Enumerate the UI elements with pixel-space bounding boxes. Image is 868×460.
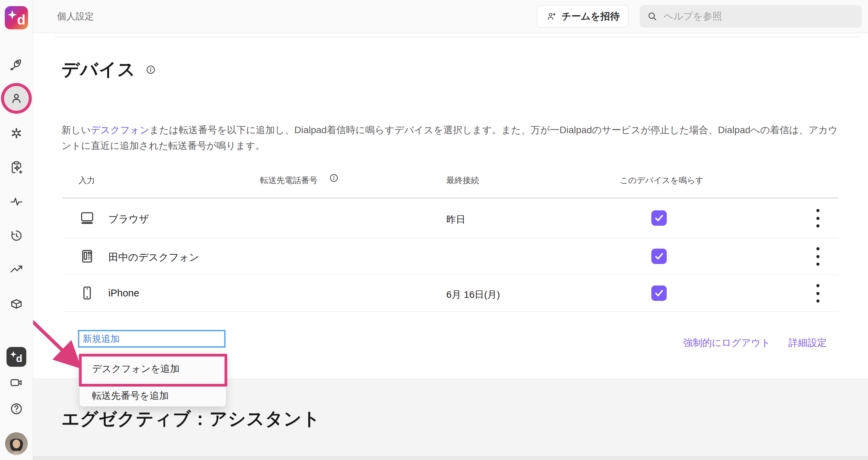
search-icon xyxy=(647,11,658,22)
force-logout-link[interactable]: 強制的にログアウト xyxy=(683,336,771,349)
ring-device-checkbox[interactable] xyxy=(651,210,667,226)
row-overflow-menu[interactable] xyxy=(811,247,825,266)
device-name: iPhone xyxy=(108,288,139,299)
ring-device-checkbox[interactable] xyxy=(651,249,667,264)
device-name: 田中のデスクフォン xyxy=(108,251,199,264)
devices-info-icon[interactable] xyxy=(145,64,156,75)
invite-team-button[interactable]: チームを招待 xyxy=(537,5,629,28)
checkmark-icon xyxy=(651,285,667,301)
profile-person-icon[interactable] xyxy=(9,91,24,106)
svg-text:d: d xyxy=(17,12,25,27)
device-last-connected: 昨日 xyxy=(446,213,465,226)
desc-text-pre: 新しい xyxy=(62,125,91,135)
desc-text-post: または転送番号を以下に追加し、Dialpad着信時に鳴らすデバイスを選択します。… xyxy=(62,125,838,151)
history-clock-icon[interactable] xyxy=(9,228,24,243)
devices-description: 新しいデスクフォンまたは転送番号を以下に追加し、Dialpad着信時に鳴らすデバ… xyxy=(62,122,847,154)
next-section-edge xyxy=(33,456,868,460)
checkmark-icon xyxy=(651,249,667,264)
page-title-row: デバイス xyxy=(62,58,156,82)
section-divider xyxy=(55,37,860,37)
settings-gear-icon[interactable] xyxy=(9,126,24,141)
dialpad-ai-badge-icon[interactable]: d xyxy=(6,347,26,367)
col-header-forward-number: 転送先電話番号 xyxy=(260,175,317,186)
deskphone-link[interactable]: デスクフォン xyxy=(91,125,149,135)
person-plus-icon xyxy=(546,11,557,22)
menu-item-add-deskphone[interactable]: デスクフォンを追加 xyxy=(80,352,226,385)
dialpad-logo[interactable]: d xyxy=(5,6,28,29)
row-divider xyxy=(63,275,838,275)
menu-item-add-forward-number[interactable]: 転送先番号を追加 xyxy=(80,385,226,406)
onboarding-rocket-icon[interactable] xyxy=(9,57,24,72)
page-title: デバイス xyxy=(62,58,136,82)
playbook-clipboard-icon[interactable] xyxy=(9,160,24,175)
app-window: d xyxy=(0,0,868,460)
executive-assistant-title: エグゼクティブ：アシスタント xyxy=(62,407,321,431)
add-new-dropdown-menu: デスクフォンを追加 転送先番号を追加 xyxy=(80,352,226,406)
smartphone-icon xyxy=(79,285,95,301)
topbar: 個人設定 チームを招待 xyxy=(33,0,868,33)
trending-up-icon[interactable] xyxy=(9,262,24,277)
forward-number-info-icon[interactable] xyxy=(329,173,339,183)
help-search xyxy=(640,5,862,28)
deskphone-icon xyxy=(79,248,95,264)
help-question-icon[interactable] xyxy=(9,401,24,416)
svg-text:d: d xyxy=(16,353,22,364)
col-header-last-connected: 最終接続 xyxy=(446,175,479,186)
table-header-divider xyxy=(63,198,838,198)
integrations-cube-icon[interactable] xyxy=(9,296,24,311)
browser-icon xyxy=(79,210,95,226)
dialpad-logo-glyph: d xyxy=(5,6,28,29)
col-header-input: 入力 xyxy=(79,175,95,186)
invite-team-label: チームを招待 xyxy=(561,10,620,23)
breadcrumb-title: 個人設定 xyxy=(57,0,94,33)
user-avatar[interactable] xyxy=(5,432,28,455)
advanced-settings-link[interactable]: 詳細設定 xyxy=(788,336,827,349)
video-camera-icon[interactable] xyxy=(9,375,24,390)
col-header-ring-device: このデバイスを鳴らす xyxy=(620,175,704,186)
add-new-label: 新規追加 xyxy=(79,331,224,346)
main-content: デバイス 新しいデスクフォンまたは転送番号を以下に追加し、Dialpad着信時に… xyxy=(33,33,868,460)
row-divider xyxy=(63,238,838,238)
device-last-connected: 6月 16日(月) xyxy=(446,288,500,301)
help-search-input[interactable] xyxy=(663,11,855,22)
row-divider xyxy=(63,311,838,312)
sidebar: d xyxy=(0,0,33,460)
activity-pulse-icon[interactable] xyxy=(9,194,24,209)
row-overflow-menu[interactable] xyxy=(811,208,825,228)
row-overflow-menu[interactable] xyxy=(811,283,825,303)
checkmark-icon xyxy=(651,210,667,226)
add-new-dropdown-trigger[interactable]: 新規追加 xyxy=(78,330,226,348)
device-name: ブラウザ xyxy=(108,212,149,226)
ring-device-checkbox[interactable] xyxy=(651,285,667,301)
